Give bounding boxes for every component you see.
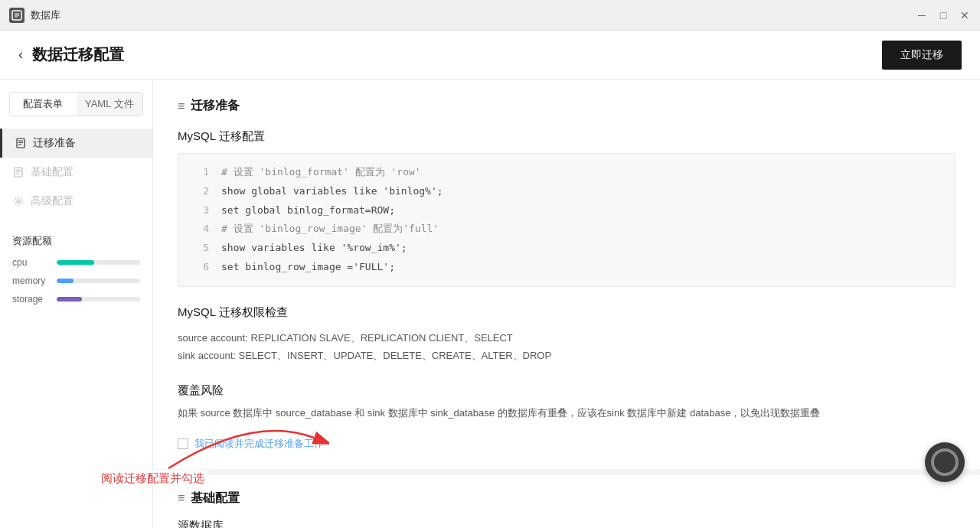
source-db-title: 源数据库 (178, 519, 956, 528)
permission-section: MySQL 迁移权限检查 source account: REPLICATION… (178, 305, 956, 365)
close-btn[interactable]: ✕ (959, 9, 971, 21)
minimize-btn[interactable]: ─ (916, 9, 928, 21)
nav-label-migration-prep: 迁移准备 (33, 136, 76, 150)
section2-title: 基础配置 (191, 491, 240, 507)
code-line-2: 2 show global variables like 'binlog%'; (178, 182, 955, 201)
resource-row-storage: storage (12, 294, 140, 305)
line-num-1: 1 (191, 165, 209, 181)
line-num-4: 4 (191, 221, 209, 237)
line-num-2: 2 (191, 184, 209, 200)
memory-label: memory (12, 275, 51, 286)
gear-icon (12, 195, 24, 207)
line-text-5: show variables like '%row_im%'; (221, 240, 407, 256)
maximize-btn[interactable]: □ (937, 9, 949, 21)
main-content: ≡ 迁移准备 MySQL 迁移配置 1 # 设置 'binlog_format'… (153, 80, 980, 528)
storage-label: storage (12, 294, 51, 305)
risk-title: 覆盖风险 (178, 383, 956, 398)
window-controls: ─ □ ✕ (916, 9, 971, 21)
circle-inner (931, 448, 959, 476)
tab-form[interactable]: 配置表单 (10, 93, 77, 116)
content-area: 配置表单 YAML 文件 迁移准备 基础配置 高级配置 (0, 80, 980, 528)
section1-header: ≡ 迁移准备 (178, 98, 956, 114)
line-num-3: 3 (191, 203, 209, 219)
line-text-2: show global variables like 'binlog%'; (221, 184, 443, 200)
permission-source: source account: REPLICATION SLAVE、REPLIC… (178, 329, 956, 347)
page-title: 数据迁移配置 (32, 44, 124, 65)
cpu-bar-bg (57, 260, 140, 265)
resource-section: 资源配额 cpu memory storage (0, 222, 152, 324)
nav-label-advanced-config: 高级配置 (31, 194, 74, 208)
line-num-6: 6 (191, 259, 209, 275)
risk-text: 如果 source 数据库中 source_database 和 sink 数据… (178, 404, 956, 422)
doc-icon (15, 137, 27, 149)
doc-icon-2 (12, 166, 24, 178)
header: ‹ 数据迁移配置 立即迁移 (0, 31, 980, 80)
resource-row-memory: memory (12, 275, 140, 286)
line-text-4: # 设置 'binlog_row_image' 配置为'full' (221, 221, 439, 237)
code-block: 1 # 设置 'binlog_format' 配置为 'row' 2 show … (178, 153, 956, 287)
section2-header: ≡ 基础配置 (178, 491, 956, 507)
mysql-config-title: MySQL 迁移配置 (178, 129, 956, 144)
code-line-3: 3 set global binlog_format=ROW; (178, 201, 955, 220)
svg-point-9 (17, 200, 20, 203)
tab-yaml[interactable]: YAML 文件 (77, 93, 143, 116)
prep-checkbox[interactable] (178, 438, 188, 449)
nav-label-basic-config: 基础配置 (31, 165, 74, 179)
storage-bar (57, 297, 82, 301)
titlebar: 数据库 ─ □ ✕ (0, 0, 980, 31)
checkbox-label[interactable]: 我已阅读并完成迁移准备工作 (194, 437, 324, 451)
back-button[interactable]: ‹ (18, 47, 23, 63)
section1-title: 迁移准备 (191, 98, 240, 114)
risk-section: 覆盖风险 如果 source 数据库中 source_database 和 si… (178, 383, 956, 422)
cpu-bar (57, 260, 94, 265)
checkbox-area: 我已阅读并完成迁移准备工作 (178, 437, 956, 451)
nav-item-basic-config[interactable]: 基础配置 (0, 158, 152, 187)
app-title: 数据库 (31, 8, 60, 22)
code-line-4: 4 # 设置 'binlog_row_image' 配置为'full' (178, 220, 955, 239)
app-container: ‹ 数据迁移配置 立即迁移 配置表单 YAML 文件 迁移准备 基础配置 (0, 31, 980, 528)
nav-item-advanced-config[interactable]: 高级配置 (0, 187, 152, 216)
section1-icon: ≡ (178, 99, 185, 113)
migrate-now-button[interactable]: 立即迁移 (882, 41, 962, 70)
permission-sink: sink account: SELECT、INSERT、UPDATE、DELET… (178, 347, 956, 364)
sidebar: 配置表单 YAML 文件 迁移准备 基础配置 高级配置 (0, 80, 153, 528)
memory-bar (57, 279, 74, 283)
line-text-6: set binlog_row_image ='FULL'; (221, 259, 395, 275)
resource-row-cpu: cpu (12, 257, 140, 268)
code-line-6: 6 set binlog_row_image ='FULL'; (178, 258, 955, 277)
line-text-3: set global binlog_format=ROW; (221, 203, 395, 219)
code-line-5: 5 show variables like '%row_im%'; (178, 239, 955, 258)
permission-title: MySQL 迁移权限检查 (178, 305, 956, 320)
nav-item-migration-prep[interactable]: 迁移准备 (0, 129, 152, 158)
line-num-5: 5 (191, 240, 209, 256)
line-text-1: # 设置 'binlog_format' 配置为 'row' (221, 165, 421, 181)
section2-icon: ≡ (178, 491, 185, 505)
code-line-1: 1 # 设置 'binlog_format' 配置为 'row' (178, 163, 955, 182)
tab-switcher: 配置表单 YAML 文件 (9, 92, 143, 116)
basic-config-section: ≡ 基础配置 源数据库 (153, 475, 980, 528)
resource-title: 资源配额 (12, 234, 140, 248)
storage-bar-bg (57, 297, 140, 301)
migration-prep-section: ≡ 迁移准备 MySQL 迁移配置 1 # 设置 'binlog_format'… (153, 80, 980, 475)
app-icon (9, 8, 24, 23)
circle-action-button[interactable] (925, 442, 965, 482)
memory-bar-bg (57, 279, 140, 283)
cpu-label: cpu (12, 257, 51, 268)
